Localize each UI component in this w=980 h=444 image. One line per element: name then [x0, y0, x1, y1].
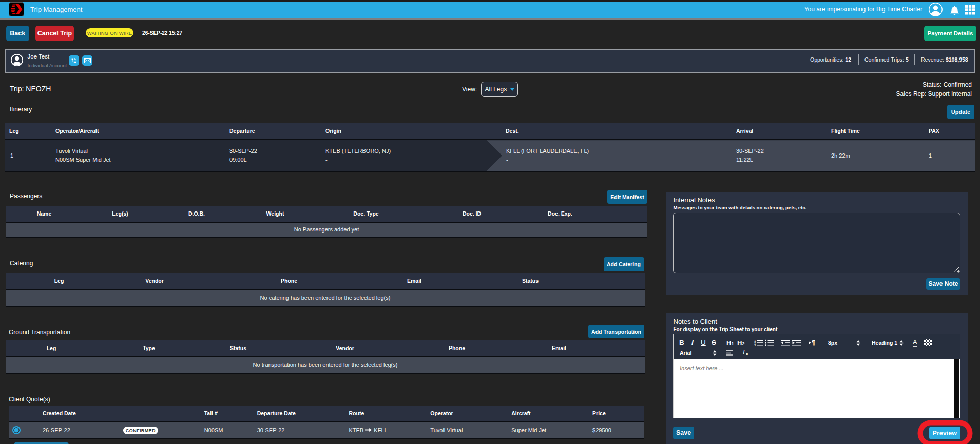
- svg-text:3: 3: [754, 344, 756, 346]
